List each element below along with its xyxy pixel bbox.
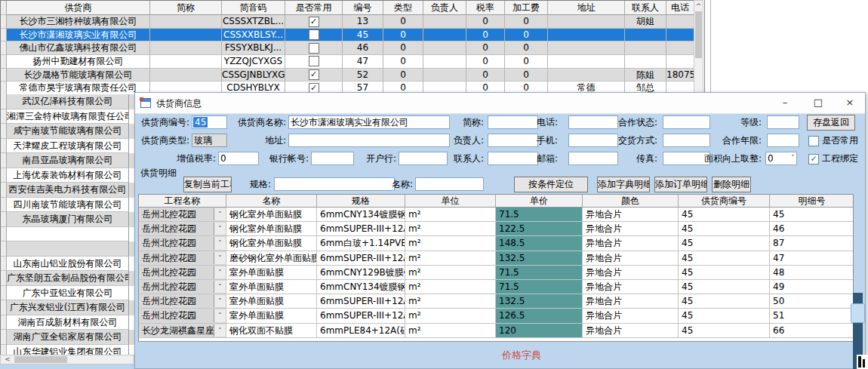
cell-tax[interactable]: 0 (466, 29, 505, 42)
delete-detail-button[interactable]: 删除明细 (712, 177, 751, 192)
column-header-detail-no[interactable]: 明细号 (770, 195, 854, 208)
supplier-row[interactable]: 长沙晟格节能玻璃有限公司 CSSGJNBLYXGS ✓ 52 0 0 0 陈姐 … (1, 69, 694, 82)
supplier-name-field[interactable] (288, 115, 450, 129)
often-used-checkbox[interactable]: ✓ (808, 136, 819, 146)
close-button[interactable]: × (834, 93, 866, 114)
cell-type[interactable]: 0 (383, 55, 423, 69)
cell-supplier-name[interactable]: 四川南玻节能玻璃有限公司 (7, 198, 129, 213)
cell-fee[interactable]: 0 (505, 29, 548, 42)
cell-supplier-no[interactable]: 45 (679, 236, 770, 251)
chevron-down-icon[interactable]: ˅ (214, 223, 226, 235)
supplier-row[interactable]: 东晶玻璃厦门有限公司 (1, 212, 134, 227)
row-header-cell[interactable] (1, 212, 7, 227)
detail-row[interactable]: 长沙龙湖祺鑫星座˅ 钢化双面不贴膜 6mmPLE84+12A(硅酮胶... m²… (139, 324, 853, 338)
column-header-abbr[interactable]: 简称 (150, 1, 222, 15)
row-header-cell[interactable] (1, 227, 7, 242)
scroll-left-icon[interactable]: < (2, 355, 13, 364)
cell-supplier-name[interactable]: 长沙晟格节能玻璃有限公司 (7, 69, 150, 82)
cell-unit[interactable]: m² (405, 251, 496, 266)
supplier-row[interactable]: 山东华建铝业集团有限公司 (1, 345, 134, 355)
detail-row[interactable]: 岳州北控花园˅ 磨砂钢化室外单面贴膜 6mmSUPER-III+12A(硅...… (139, 251, 853, 266)
common-checkbox[interactable]: ✓ (309, 56, 319, 66)
cell-supplier-name[interactable]: 广东兴发铝业(江西)有限公司 (7, 300, 129, 315)
coop-status-field[interactable] (663, 115, 710, 129)
cell-supplier-name[interactable]: 湖南广亚全铝家居有限公司 (7, 330, 129, 345)
column-header-supplier-no[interactable]: 供货商编号 (679, 195, 770, 208)
cell-supplier-no[interactable]: 45 (679, 266, 770, 280)
detail-row[interactable]: 岳州北控花园˅ 钢化室外单面贴膜 6mm白玻+1.14PVB+6mm... m²… (139, 236, 853, 251)
cell-supplier-name[interactable]: 西安佳吉美电力科技有限公司 (7, 183, 129, 198)
maximize-button[interactable]: □ (802, 93, 834, 114)
cell-manager[interactable] (423, 15, 466, 29)
price-cell[interactable]: 148.5 (496, 236, 583, 251)
cell-color[interactable]: 异地合片 (583, 236, 679, 251)
row-header-cell[interactable] (1, 153, 7, 168)
row-header-cell[interactable] (1, 257, 7, 272)
cell-name[interactable]: 室外单面贴膜 (226, 294, 317, 309)
cell-supplier-no[interactable]: 45 (679, 208, 770, 222)
supplier-row[interactable]: 广东坚朗五金制品股份有限公司 (1, 271, 134, 286)
cell-color[interactable]: 异地合片 (583, 309, 679, 323)
price-cell[interactable]: 122.5 (496, 222, 583, 236)
cell-supplier-name[interactable]: 湘潭三金特种玻璃有限责任公司 (7, 109, 129, 125)
cell-spec[interactable]: 6mmCNY134镀膜钢化 (317, 208, 405, 222)
cell-supplier-name[interactable]: 佛山市亿鑫玻璃科技有限公司 (7, 42, 150, 55)
chevron-down-icon[interactable]: ˅ (214, 295, 226, 307)
cell-contact[interactable] (625, 29, 666, 42)
column-header-unit[interactable]: 单位 (405, 195, 496, 208)
column-header-phone[interactable]: 电话 (666, 1, 694, 15)
often-used-checkbox-row[interactable]: ✓是否常用 (808, 135, 858, 147)
cell-supplier-name[interactable]: 咸宁南玻节能玻璃有限公司 (7, 124, 129, 139)
project-combobox[interactable]: 岳州北控花园˅ (139, 208, 226, 222)
cell-color[interactable]: 异地合片 (583, 208, 679, 222)
cell-phone[interactable] (666, 15, 694, 29)
cell-supplier-no[interactable]: 45 (679, 251, 770, 266)
common-checkbox[interactable]: ✓ (309, 69, 319, 80)
vat-rate-field[interactable] (218, 152, 259, 165)
supplier-row[interactable]: 西安佳吉美电力科技有限公司 (1, 183, 134, 198)
cell-supplier-no[interactable]: 45 (679, 280, 770, 294)
vertical-scrollbar[interactable]: ^ (694, 0, 703, 94)
cell-spec[interactable]: 6mmSUPER-III+12A(硅... (317, 251, 405, 266)
cell-name[interactable]: 钢化室外单面贴膜 (226, 236, 317, 251)
cell-type[interactable]: 0 (383, 42, 423, 55)
supplier-row[interactable]: 湘潭三金特种玻璃有限责任公司 (1, 109, 134, 125)
cell-phone[interactable] (666, 42, 694, 55)
cell-unit[interactable]: m² (405, 280, 496, 294)
supplier-row[interactable] (1, 227, 134, 242)
cell-unit[interactable]: m² (405, 294, 496, 309)
copy-current-project-button[interactable]: 复制当前工程 (183, 177, 232, 192)
grade-field[interactable] (767, 115, 799, 129)
cell-fee[interactable]: 0 (505, 15, 548, 29)
cell-manager[interactable] (423, 29, 466, 42)
add-dict-detail-button[interactable]: 添加字典明细 (597, 177, 650, 192)
cell-supplier-name[interactable]: 长沙市三湘特种玻璃有限公司 (7, 15, 150, 29)
cell-color[interactable]: 异地合片 (583, 324, 679, 338)
cell-spec[interactable]: 6mm白玻+1.14PVB+6mm... (317, 236, 405, 251)
cell-supplier-name[interactable]: 山东华建铝业集团有限公司 (7, 345, 129, 355)
project-combobox[interactable]: 岳州北控花园˅ (139, 309, 226, 323)
cell-address[interactable] (548, 55, 625, 69)
price-cell[interactable]: 71.5 (496, 208, 583, 222)
save-return-button[interactable]: 存盘返回 (807, 115, 855, 131)
row-header-cell[interactable] (1, 15, 7, 29)
row-header-cell[interactable] (1, 81, 7, 95)
cell-supplier-name[interactable]: 扬州中勤建材有限公司 (7, 55, 150, 69)
price-cell[interactable]: 126.5 (496, 309, 583, 323)
supplier-row[interactable] (1, 241, 134, 257)
cell-no[interactable]: 13 (343, 15, 383, 29)
chevron-down-icon[interactable]: ˅ (214, 281, 226, 293)
row-header-cell[interactable] (1, 241, 7, 257)
column-header-spec[interactable]: 规格 (317, 195, 405, 208)
price-cell[interactable]: 132.5 (496, 294, 583, 309)
row-header-cell[interactable] (1, 271, 7, 286)
cell-common[interactable]: ✓ (285, 29, 343, 42)
price-cell[interactable]: 132.5 (496, 251, 583, 266)
supplier-row[interactable]: 四川南玻节能玻璃有限公司 (1, 198, 134, 213)
cell-abbr[interactable] (150, 15, 222, 29)
cell-contact[interactable] (625, 42, 666, 55)
chevron-down-icon[interactable]: ˅ (214, 266, 226, 278)
cell-unit[interactable]: m² (405, 324, 496, 338)
cell-code[interactable]: CSSSXTZBL... (222, 15, 285, 29)
cell-unit[interactable]: m² (405, 309, 496, 323)
